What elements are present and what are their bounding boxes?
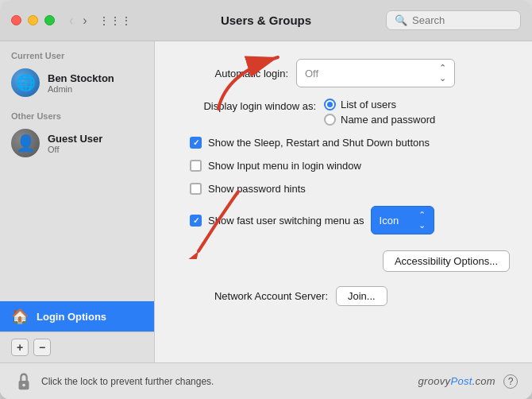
titlebar: ‹ › ⋮⋮⋮ Users & Groups 🔍 bbox=[0, 0, 532, 41]
bottom-bar: Click the lock to prevent further change… bbox=[0, 362, 532, 399]
automatic-login-value: Off bbox=[305, 68, 318, 79]
current-user-role: Admin bbox=[48, 84, 114, 94]
lock-text: Click the lock to prevent further change… bbox=[41, 376, 411, 387]
svg-point-3 bbox=[22, 383, 25, 386]
guest-user-name: Guest User bbox=[48, 133, 102, 145]
accessibility-options-button[interactable]: Accessibility Options... bbox=[383, 250, 510, 272]
maximize-button[interactable] bbox=[44, 15, 55, 25]
minimize-button[interactable] bbox=[28, 15, 38, 25]
checkbox-hints[interactable] bbox=[190, 183, 202, 195]
radio-list-of-users[interactable]: List of users bbox=[324, 99, 435, 110]
add-user-button[interactable]: + bbox=[11, 339, 29, 356]
checkbox-input[interactable] bbox=[190, 160, 202, 172]
join-button[interactable]: Join... bbox=[336, 286, 387, 306]
automatic-login-label: Automatic login: bbox=[177, 68, 288, 79]
help-button[interactable]: ? bbox=[503, 374, 518, 389]
house-icon: 🏠 bbox=[11, 308, 29, 325]
groovy-post-brand: groovyPost.com bbox=[418, 375, 495, 387]
network-account-label: Network Account Server: bbox=[177, 290, 328, 302]
current-user-info: Ben Stockton Admin bbox=[48, 72, 114, 94]
fast-switch-label: Show fast user switching menu as bbox=[208, 215, 364, 227]
login-options-item[interactable]: 🏠 Login Options bbox=[0, 301, 154, 331]
network-server-row: Network Account Server: Join... bbox=[177, 286, 510, 306]
radio-btn-name[interactable] bbox=[324, 114, 336, 126]
forward-button[interactable]: › bbox=[79, 12, 90, 29]
right-panel: Automatic login: Off ⌃⌄ Display login wi… bbox=[155, 41, 532, 362]
display-login-row: Display login window as: List of users N… bbox=[177, 99, 510, 126]
radio-list-label: List of users bbox=[341, 99, 396, 110]
back-button[interactable]: ‹ bbox=[66, 12, 76, 29]
guest-user-avatar: 👤 bbox=[11, 129, 40, 157]
sidebar: Current User 🌐 Ben Stockton Admin Other … bbox=[0, 41, 155, 362]
current-user-item[interactable]: 🌐 Ben Stockton Admin bbox=[0, 64, 154, 102]
checkbox-sleep[interactable] bbox=[190, 137, 202, 149]
guest-user-status: Off bbox=[48, 145, 102, 154]
automatic-login-row: Automatic login: Off ⌃⌄ bbox=[177, 59, 510, 87]
display-login-label: Display login window as: bbox=[177, 99, 316, 112]
automatic-login-dropdown[interactable]: Off ⌃⌄ bbox=[296, 59, 455, 87]
display-radio-group: List of users Name and password bbox=[324, 99, 435, 126]
checkbox-fast-switch[interactable] bbox=[190, 215, 202, 227]
search-input[interactable] bbox=[412, 14, 512, 26]
search-icon: 🔍 bbox=[395, 14, 407, 26]
current-user-avatar: 🌐 bbox=[11, 68, 40, 97]
fast-switch-arrow-icon: ⌃⌄ bbox=[418, 210, 426, 230]
nav-arrows: ‹ › bbox=[66, 12, 91, 29]
login-options-label: Login Options bbox=[37, 311, 106, 323]
dropdown-arrow-icon: ⌃⌄ bbox=[439, 63, 446, 83]
radio-name-password[interactable]: Name and password bbox=[324, 114, 435, 126]
window: ‹ › ⋮⋮⋮ Users & Groups 🔍 Current User 🌐 … bbox=[0, 0, 532, 399]
checkbox-input-row[interactable]: Show Input menu in login window bbox=[190, 160, 510, 172]
fast-switch-row: Show fast user switching menu as Icon ⌃⌄ bbox=[190, 206, 510, 234]
main-content: Current User 🌐 Ben Stockton Admin Other … bbox=[0, 41, 532, 362]
grid-icon[interactable]: ⋮⋮⋮ bbox=[98, 14, 132, 27]
checkbox-hints-label: Show password hints bbox=[208, 183, 306, 195]
fast-switch-value: Icon bbox=[380, 215, 399, 227]
radio-dot bbox=[327, 102, 333, 107]
checkbox-sleep-label: Show the Sleep, Restart and Shut Down bu… bbox=[208, 137, 430, 149]
checkbox-hints-row[interactable]: Show password hints bbox=[190, 183, 510, 195]
remove-user-button[interactable]: − bbox=[33, 339, 51, 356]
search-bar: 🔍 bbox=[386, 10, 521, 30]
window-title: Users & Groups bbox=[221, 14, 311, 27]
traffic-lights bbox=[11, 15, 55, 25]
close-button[interactable] bbox=[11, 15, 21, 25]
sidebar-bottom-buttons: + − bbox=[0, 331, 154, 362]
guest-user-item[interactable]: 👤 Guest User Off bbox=[0, 124, 154, 162]
lock-icon bbox=[16, 372, 32, 391]
checkbox-sleep-row[interactable]: Show the Sleep, Restart and Shut Down bu… bbox=[190, 137, 510, 149]
lock-icon-container[interactable] bbox=[14, 370, 33, 393]
current-user-name: Ben Stockton bbox=[48, 72, 114, 84]
guest-user-info: Guest User Off bbox=[48, 133, 102, 154]
current-user-label: Current User bbox=[0, 41, 154, 64]
checkbox-input-label: Show Input menu in login window bbox=[208, 160, 361, 172]
other-users-label: Other Users bbox=[0, 102, 154, 124]
radio-name-label: Name and password bbox=[341, 114, 435, 126]
radio-btn-list[interactable] bbox=[324, 99, 336, 110]
fast-switch-dropdown[interactable]: Icon ⌃⌄ bbox=[371, 206, 434, 234]
